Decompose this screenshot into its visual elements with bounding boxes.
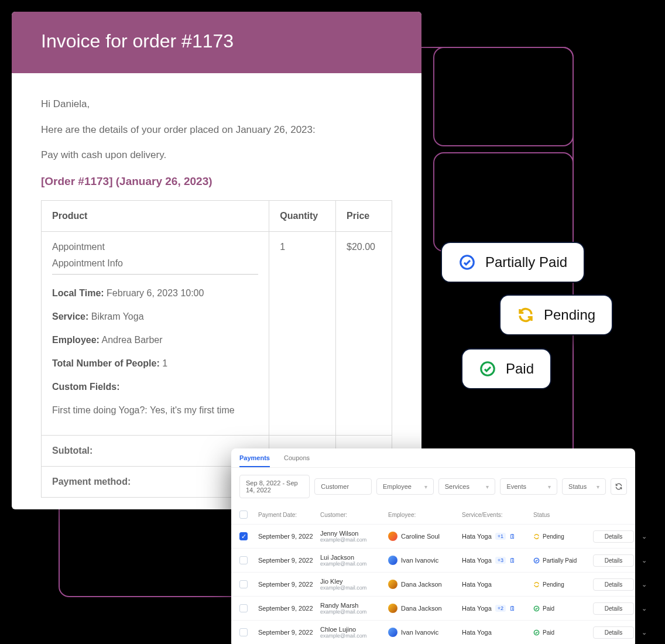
cell-status: Partially Paid — [533, 557, 589, 564]
expand-row-button[interactable]: ⌄ — [637, 605, 650, 612]
avatar — [388, 580, 397, 589]
chevron-down-icon: ▾ — [486, 484, 489, 490]
table-row: September 9, 2022Lui Jacksonexample@mail… — [231, 548, 635, 572]
cell-employee: Ivan Ivanovic — [388, 556, 458, 565]
cell-status: Paid — [533, 629, 589, 636]
refresh-icon — [615, 482, 623, 491]
invoice-greeting: Hi Daniela, — [41, 97, 392, 112]
th-employee: Employee: — [388, 512, 458, 518]
cell-product: Appointment Appointment Info Local Time:… — [42, 232, 269, 436]
invoice-body: Hi Daniela, Here are the details of your… — [12, 73, 421, 509]
invoice-intro: Here are the details of your order place… — [41, 122, 392, 138]
people-label: Total Number of People: — [52, 358, 160, 368]
local-time-value: February 6, 2023 10:00 — [107, 288, 204, 298]
calendar-icon: 🗓 — [509, 533, 516, 540]
row-checkbox[interactable] — [239, 604, 248, 612]
cell-customer: Randy Marshexample@mail.com — [320, 602, 385, 615]
tab-coupons[interactable]: Coupons — [284, 454, 310, 467]
cell-service: Hata Yoga+1🗓 — [462, 533, 530, 540]
check-circle-icon — [458, 254, 476, 271]
cell-status: Pending — [533, 581, 589, 588]
table-row: September 9, 2022Chloe Lujinoexample@mai… — [231, 620, 635, 644]
cell-employee: Caroline Soul — [388, 532, 458, 541]
details-button[interactable]: Details — [593, 530, 634, 543]
cell-service: Hata Yoga+3🗓 — [462, 557, 530, 564]
th-price: Price — [336, 201, 392, 232]
filter-customer-label: Customer — [321, 483, 349, 490]
filter-status-label: Status — [568, 483, 587, 490]
cell-date: September 9, 2022 — [258, 605, 317, 612]
cell-quantity: 1 — [269, 232, 336, 436]
row-checkbox[interactable] — [239, 580, 248, 588]
th-product: Product — [42, 201, 269, 232]
product-title: Appointment — [52, 240, 258, 254]
divider — [52, 274, 258, 275]
decorative-frame — [433, 152, 574, 252]
avatar — [388, 604, 397, 613]
th-customer: Customer: — [320, 512, 385, 518]
refresh-icon — [517, 306, 534, 324]
decorative-frame — [433, 47, 574, 146]
count-badge: +2 — [495, 605, 506, 612]
th-date: Payment Date: — [258, 512, 317, 518]
pill-label: Partially Paid — [485, 254, 567, 270]
filters-row: Sep 8, 2022 - Sep 14, 2022 Customer Empl… — [231, 468, 635, 505]
th-quantity: Quantity — [269, 201, 336, 232]
payments-panel: Payments Coupons Sep 8, 2022 - Sep 14, 2… — [231, 448, 635, 644]
filter-services-label: Services — [445, 483, 469, 490]
filter-services[interactable]: Services▾ — [438, 478, 496, 495]
refresh-button[interactable] — [611, 478, 627, 495]
order-heading: [Order #1173] (January 26, 2023) — [41, 173, 392, 190]
row-checkbox[interactable]: ✓ — [239, 532, 248, 540]
filter-date-label: Sep 8, 2022 - Sep 14, 2022 — [246, 479, 303, 494]
cell-service: Hata Yoga — [462, 629, 530, 636]
table-row: September 9, 2022Randy Marshexample@mail… — [231, 596, 635, 620]
invoice-payment-note: Pay with cash upon delivery. — [41, 148, 392, 163]
details-button[interactable]: Details — [593, 578, 634, 591]
cell-customer: Jio Kleyexample@mail.com — [320, 578, 385, 591]
service-value: Bikram Yoga — [91, 311, 144, 321]
cell-employee: Dana Jackson — [388, 580, 458, 589]
expand-row-button[interactable]: ⌄ — [637, 533, 650, 540]
select-all-checkbox[interactable] — [239, 511, 248, 519]
employee-label: Employee: — [52, 335, 100, 345]
cf-answer: Yes, it's my first time — [150, 405, 235, 415]
cell-status: Pending — [533, 533, 589, 540]
cell-date: September 9, 2022 — [258, 629, 317, 636]
employee-value: Andrea Barber — [101, 335, 162, 345]
filter-employee-label: Employee — [383, 483, 412, 490]
filter-customer[interactable]: Customer — [314, 478, 372, 495]
table-row: September 9, 2022Jio Kleyexample@mail.co… — [231, 572, 635, 596]
custom-fields-label: Custom Fields: — [52, 382, 120, 392]
cell-service: Hata Yoga+2🗓 — [462, 605, 530, 612]
cell-date: September 9, 2022 — [258, 581, 317, 588]
details-button[interactable]: Details — [593, 602, 634, 615]
filter-date-range[interactable]: Sep 8, 2022 - Sep 14, 2022 — [239, 475, 310, 498]
local-time-label: Local Time: — [52, 288, 104, 298]
expand-row-button[interactable]: ⌄ — [637, 557, 650, 564]
calendar-icon: 🗓 — [509, 557, 516, 564]
pill-label: Pending — [544, 307, 595, 323]
invoice-card: Invoice for order #1173 Hi Daniela, Here… — [12, 12, 421, 509]
row-checkbox[interactable] — [239, 556, 248, 564]
filter-employee[interactable]: Employee▾ — [376, 478, 434, 495]
cell-customer: Chloe Lujinoexample@mail.com — [320, 626, 385, 639]
filter-events[interactable]: Events▾ — [500, 478, 557, 495]
cell-date: September 9, 2022 — [258, 557, 317, 564]
count-badge: +1 — [495, 533, 506, 540]
th-service: Service/Events: — [462, 512, 530, 518]
filter-status[interactable]: Status▾ — [562, 478, 606, 495]
cell-customer: Jenny Wilsonexample@mail.com — [320, 530, 385, 543]
table-header: Payment Date: Customer: Employee: Servic… — [231, 505, 635, 524]
expand-row-button[interactable]: ⌄ — [637, 629, 650, 636]
check-circle-icon — [479, 360, 496, 378]
avatar — [388, 556, 397, 565]
expand-row-button[interactable]: ⌄ — [637, 581, 650, 588]
cell-employee: Ivan Ivanovic — [388, 628, 458, 637]
details-button[interactable]: Details — [593, 626, 634, 639]
row-checkbox[interactable] — [239, 628, 248, 636]
chevron-down-icon: ▾ — [548, 484, 551, 490]
tab-payments[interactable]: Payments — [239, 454, 270, 467]
details-button[interactable]: Details — [593, 554, 634, 567]
status-pill-pending: Pending — [501, 296, 612, 334]
